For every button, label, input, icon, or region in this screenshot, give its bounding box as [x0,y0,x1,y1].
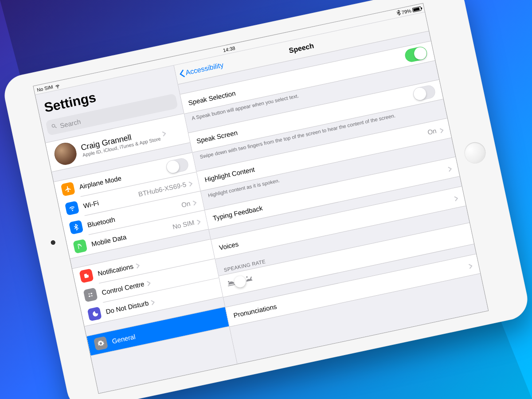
label: Voices [219,240,239,252]
chevron-right-icon [454,195,458,200]
wifi-icon [54,83,60,88]
battery-icon [412,6,422,12]
do-not-disturb-icon [87,307,102,321]
chevron-right-icon [162,130,166,136]
label: Pronunciations [233,303,278,319]
label: Typing Feedback [212,204,263,222]
screen: No SIM 14:38 79% Settings [33,3,489,394]
label: Do Not Disturb [105,299,149,315]
status-battery-pct: 79% [401,8,412,15]
avatar [52,141,78,167]
bluetooth-settings-icon [69,220,83,235]
gear-icon [94,336,108,351]
label: Speak Selection [188,89,236,106]
label: Speak Screen [196,129,239,145]
chevron-right-icon [146,280,151,286]
label: Control Centre [101,280,145,296]
airplane-toggle[interactable] [165,157,189,175]
device-camera [51,240,56,245]
chevron-right-icon [192,199,197,205]
bluetooth-icon [396,10,401,16]
home-button[interactable] [462,140,488,165]
label: General [111,332,136,345]
back-button[interactable]: Accessibility [179,61,224,78]
chevron-right-icon [135,262,140,268]
chevron-right-icon [196,218,201,224]
status-carrier: No SIM [36,84,53,92]
label: Bluetooth [86,215,116,229]
label: Airplane Mode [78,174,122,191]
search-icon [51,122,58,131]
label: Mobile Data [90,233,127,247]
notifications-icon [79,268,94,283]
svg-rect-3 [90,293,92,294]
airplane-icon [61,182,75,196]
chevron-right-icon [468,262,473,268]
chevron-right-icon [188,180,192,186]
chevron-right-icon [447,165,452,171]
mobile-data-icon [73,239,87,254]
label: Wi-Fi [82,199,99,209]
svg-point-2 [88,293,90,294]
ipad-device: No SIM 14:38 79% Settings [1,0,532,399]
label: Notifications [97,262,134,277]
control-centre-icon [83,288,98,302]
speak-selection-toggle[interactable] [404,46,428,63]
value: On [177,200,191,209]
svg-rect-4 [89,296,90,297]
value: No SIM [168,219,195,231]
value: On [427,127,437,136]
speak-screen-toggle[interactable] [412,84,436,102]
svg-point-5 [91,295,93,297]
wifi-settings-icon [65,201,79,215]
back-label: Accessibility [185,61,224,77]
chevron-right-icon [439,127,444,133]
search-placeholder: Search [59,117,81,129]
chevron-right-icon [151,299,155,305]
